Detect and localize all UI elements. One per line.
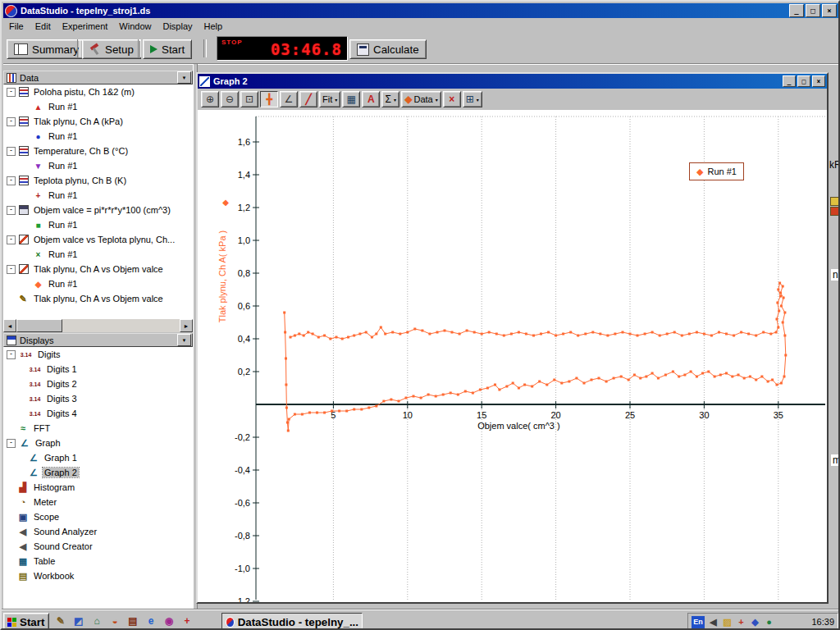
data-item[interactable]: -Tlak plynu, Ch A (kPa) (3, 114, 193, 129)
delete-button[interactable]: × (443, 91, 461, 107)
graph-settings-button[interactable]: ⊞▾ (463, 91, 482, 107)
scroll-right-button[interactable]: ► (180, 319, 193, 332)
tree-collapse-icon[interactable]: - (7, 88, 16, 97)
tree-collapse-icon[interactable]: - (7, 147, 16, 156)
run-item[interactable]: ×Run #1 (3, 247, 193, 262)
display-item[interactable]: ∠Graph 1 (3, 450, 193, 465)
scrollbar-track[interactable] (62, 319, 180, 332)
run-item[interactable]: +Run #1 (3, 188, 193, 203)
menu-edit[interactable]: Edit (30, 20, 57, 33)
maximize-button[interactable]: □ (806, 4, 820, 17)
display-item[interactable]: ▣Scope (3, 509, 193, 524)
run-item[interactable]: ▼Run #1 (3, 158, 193, 173)
scrollbar-thumb[interactable] (16, 319, 62, 332)
graph-legend[interactable]: ◆ Run #1 (689, 162, 744, 180)
app-icon (226, 617, 235, 628)
display-item[interactable]: ◀Sound Creator (3, 539, 193, 554)
display-item[interactable]: -∠Graph (3, 436, 193, 450)
minimize-button[interactable]: _ (789, 4, 804, 17)
quick-launch-icon[interactable]: ⌂ (90, 614, 103, 628)
data-item[interactable]: ✎Tlak plynu, Ch A vs Objem valce (3, 291, 193, 306)
menu-file[interactable]: File (3, 20, 30, 33)
smart-tool-button[interactable]: ╋ (260, 91, 278, 107)
fit-line-button[interactable]: ╱ (299, 91, 317, 107)
tray-icon[interactable]: ● (764, 617, 774, 627)
displays-panel-dropdown-button[interactable]: ▼ (177, 334, 191, 346)
run-item[interactable]: ●Run #1 (3, 129, 193, 144)
t tree-collapse-icon[interactable]: - (7, 206, 16, 215)
display-item-selected[interactable]: ∠Graph 2 (3, 465, 193, 480)
graph-plot-area[interactable]: -1,2-1,0-0,8-0,6-0,4-0,20,20,40,60,81,01… (198, 110, 827, 602)
run-marker-icon: ◆ (696, 167, 703, 177)
minimize-button[interactable]: _ (783, 75, 796, 87)
tree-collapse-icon[interactable]: - (7, 265, 16, 274)
quick-launch-icon[interactable]: ◉ (162, 614, 176, 628)
display-item[interactable]: ▦Table (3, 554, 193, 568)
clock[interactable]: 16:39 (811, 617, 834, 627)
display-item[interactable]: ▤Workbook (3, 568, 193, 583)
display-item[interactable]: ◀Sound Analyzer (3, 524, 193, 539)
zoom-in-button[interactable]: ⊕ (201, 91, 219, 107)
display-item[interactable]: ◔Meter (3, 495, 193, 509)
statistics-button[interactable]: Σ▾ (381, 91, 399, 107)
slope-tool-button[interactable]: ∠ (280, 91, 298, 107)
scroll-left-button[interactable]: ◄ (3, 319, 16, 332)
tree-collapse-icon[interactable]: - (7, 235, 16, 244)
setup-button[interactable]: Setup (82, 39, 141, 59)
display-item[interactable]: 3.14Digits 1 (3, 362, 193, 377)
data-panel-dropdown-button[interactable]: ▼ (177, 71, 191, 84)
menu-experiment[interactable]: Experiment (57, 20, 114, 33)
start-experiment-button[interactable]: Start (143, 39, 192, 59)
close-button[interactable]: × (822, 4, 837, 17)
zoom-select-button[interactable]: ⊡ (240, 91, 258, 107)
quick-launch-icon[interactable]: ◩ (72, 614, 85, 628)
quick-launch-icon[interactable]: + (180, 614, 194, 628)
run-item[interactable]: ▲Run #1 (3, 99, 193, 114)
tree-collapse-icon[interactable]: - (7, 350, 16, 359)
start-menu-button[interactable]: Start (3, 613, 49, 630)
speaker-icon[interactable]: ◀ (708, 617, 719, 628)
displays-panel-title: Displays (20, 336, 54, 345)
fit-menu-button[interactable]: Fit▾ (319, 91, 340, 107)
data-item[interactable]: -Tlak plynu, Ch A vs Objem valce (3, 262, 193, 276)
data-item[interactable]: -Teplota plynu, Ch B (K) (3, 173, 193, 188)
quick-launch-icon[interactable]: e (144, 614, 158, 628)
close-button[interactable]: × (812, 75, 825, 87)
language-indicator[interactable]: En (692, 616, 705, 628)
data-item[interactable]: -Objem valce = pi*r*r*y*100 (cm^3) (3, 203, 193, 217)
tray-icon[interactable]: + (736, 617, 746, 627)
quick-launch-icon[interactable]: ✎ (54, 614, 67, 628)
menu-display[interactable]: Display (157, 20, 198, 33)
graph-window-titlebar[interactable]: Graph 2 _ □ × (198, 74, 827, 89)
run-item[interactable]: ◆Run #1 (3, 276, 193, 291)
data-horizontal-scrollbar[interactable]: ◄ ► (3, 319, 193, 332)
data-item[interactable]: -Temperature, Ch B (°C) (3, 144, 193, 158)
display-item[interactable]: 3.14Digits 3 (3, 391, 193, 406)
tree-collapse-icon[interactable]: - (7, 117, 16, 126)
display-item[interactable]: ▟Histogram (3, 480, 193, 495)
tray-icon[interactable]: ▨ (722, 617, 733, 628)
summary-button[interactable]: Summary (7, 39, 86, 59)
data-item[interactable]: -Poloha pistu, Ch 1&2 (m) (3, 84, 193, 99)
data-menu-button[interactable]: ◆Data▾ (401, 91, 441, 107)
display-item[interactable]: 3.14Digits 4 (3, 406, 193, 421)
menu-help[interactable]: Help (199, 20, 229, 33)
tray-icon[interactable]: ◆ (750, 617, 760, 628)
data-item[interactable]: -Objem valce vs Teplota plynu, Ch... (3, 232, 193, 247)
quick-launch-icon[interactable]: ▤ (126, 614, 139, 628)
graph-canvas[interactable]: -1,2-1,0-0,8-0,6-0,4-0,20,20,40,60,81,01… (198, 110, 827, 602)
maximize-button[interactable]: □ (797, 75, 810, 87)
calculator-button[interactable]: ▦ (342, 91, 360, 107)
quick-launch-icon[interactable]: ◒ (108, 614, 121, 628)
tree-collapse-icon[interactable]: - (7, 176, 16, 185)
calculate-button[interactable]: Calculate (349, 39, 427, 59)
display-item[interactable]: ≈FFT (3, 421, 193, 436)
tree-collapse-icon[interactable]: - (7, 439, 16, 448)
menu-window[interactable]: Window (113, 20, 157, 33)
zoom-out-button[interactable]: ⊖ (221, 91, 239, 107)
taskbar-task-button[interactable]: DataStudio - tepelny_... (221, 613, 363, 630)
text-tool-button[interactable]: A (362, 91, 380, 107)
run-item[interactable]: ■Run #1 (3, 217, 193, 232)
display-item[interactable]: 3.14Digits 2 (3, 377, 193, 391)
display-item[interactable]: -3.14Digits (3, 347, 193, 362)
